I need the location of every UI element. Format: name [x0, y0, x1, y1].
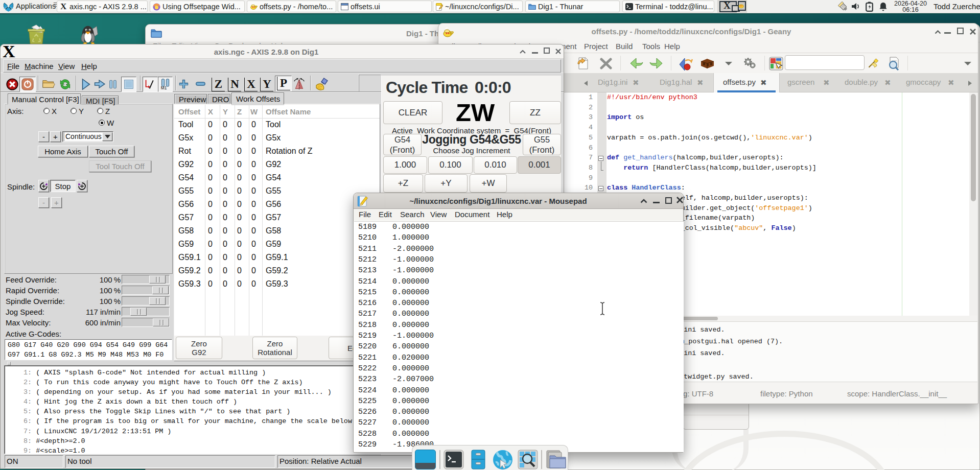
svg-text:M1: M1	[160, 85, 167, 90]
